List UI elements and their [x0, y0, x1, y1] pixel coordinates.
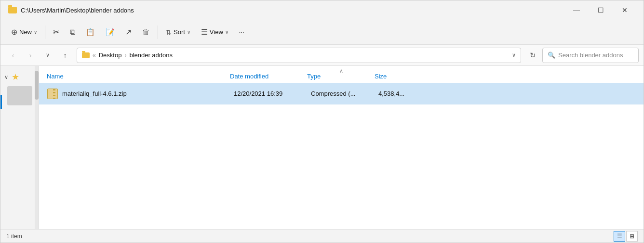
- maximize-button[interactable]: ☐: [590, 3, 612, 17]
- copy-icon: ⧉: [70, 28, 75, 37]
- file-type: Compressed (...: [311, 90, 378, 97]
- refresh-button[interactable]: ↻: [525, 48, 540, 63]
- file-list-header: ∧ Name Date modified Type Size: [39, 66, 644, 83]
- address-folder-icon: [82, 52, 90, 58]
- file-size: 4,538,4...: [378, 90, 436, 97]
- sidebar-star-icon: ★: [10, 72, 21, 82]
- refresh-icon: ↻: [530, 51, 536, 60]
- view-dropdown-icon: ∨: [225, 29, 228, 35]
- list-view-icon: ☰: [617, 233, 622, 240]
- view-label: View: [210, 28, 223, 36]
- column-date-header[interactable]: Date modified: [230, 69, 307, 80]
- status-bar: 1 item ☰ ⊞: [0, 229, 644, 243]
- address-path: blender addons: [129, 51, 173, 59]
- item-count: 1 item: [6, 233, 22, 240]
- column-size-header[interactable]: Size: [375, 69, 432, 80]
- sidebar-scrollbar-thumb: [35, 71, 39, 100]
- address-sep: «: [93, 52, 96, 59]
- sidebar-selection-bar: [0, 95, 2, 109]
- address-desktop: Desktop: [99, 51, 122, 59]
- new-dropdown-icon: ∨: [34, 29, 37, 35]
- up-button[interactable]: ↑: [57, 48, 73, 63]
- file-name: materialiq_full-4.6.1.zip: [62, 90, 234, 97]
- back-icon: ‹: [12, 51, 14, 59]
- folder-icon: [8, 7, 17, 13]
- paste-button[interactable]: 📋: [81, 25, 100, 39]
- sort-up-arrow: ∧: [339, 68, 343, 74]
- title-bar-left: C:\Users\Martin\Desktop\blender addons: [8, 7, 134, 14]
- address-dropdown-icon[interactable]: ∨: [512, 52, 516, 58]
- new-button[interactable]: ⊕ New ∨: [6, 25, 42, 39]
- minimize-button[interactable]: —: [565, 3, 588, 17]
- forward-icon: ›: [29, 51, 32, 59]
- title-bar: C:\Users\Martin\Desktop\blender addons —…: [0, 0, 644, 20]
- main-content: ∨ ★ ∧ Name Date modified Type Size mater…: [0, 66, 644, 229]
- sort-icon: ⇅: [166, 28, 172, 36]
- share-button[interactable]: ↗: [121, 25, 136, 39]
- sort-label: Sort: [174, 28, 185, 36]
- search-placeholder: Search blender addons: [558, 51, 623, 59]
- sidebar-toggle[interactable]: ∨ ★: [0, 70, 39, 84]
- more-label: ···: [239, 28, 244, 36]
- title-bar-controls: — ☐ ✕: [565, 3, 636, 17]
- up-icon: ↑: [64, 51, 67, 59]
- search-box[interactable]: 🔍 Search blender addons: [542, 48, 639, 63]
- window-title: C:\Users\Martin\Desktop\blender addons: [21, 7, 134, 14]
- forward-button[interactable]: ›: [23, 48, 38, 63]
- grid-view-icon: ⊞: [630, 233, 634, 240]
- delete-button[interactable]: 🗑: [137, 25, 155, 39]
- sidebar-scrollbar[interactable]: [35, 66, 39, 229]
- nav-dropdown-button[interactable]: ∨: [40, 48, 55, 63]
- new-label: New: [19, 28, 32, 36]
- list-view-button[interactable]: ☰: [614, 231, 625, 242]
- table-row[interactable]: materialiq_full-4.6.1.zip 12/20/2021 16:…: [39, 83, 644, 104]
- share-icon: ↗: [125, 27, 132, 37]
- rename-button[interactable]: 📝: [101, 25, 120, 39]
- toolbar-sep-2: [158, 26, 158, 39]
- copy-button[interactable]: ⧉: [65, 25, 80, 39]
- delete-icon: 🗑: [142, 28, 150, 37]
- new-plus-icon: ⊕: [11, 27, 17, 37]
- grid-view-button[interactable]: ⊞: [626, 231, 638, 242]
- zip-icon: [47, 89, 58, 99]
- back-button[interactable]: ‹: [5, 48, 21, 63]
- sort-dropdown-icon: ∨: [187, 29, 190, 35]
- address-arrow-1: ›: [124, 52, 126, 59]
- toolbar-sep-1: [45, 26, 45, 39]
- more-button[interactable]: ···: [234, 26, 249, 38]
- close-button[interactable]: ✕: [614, 3, 636, 17]
- file-date: 12/20/2021 16:39: [234, 90, 311, 97]
- search-icon: 🔍: [548, 51, 555, 59]
- cut-button[interactable]: ✂: [48, 25, 64, 39]
- toolbar: ⊕ New ∨ ✂ ⧉ 📋 📝 ↗ 🗑 ⇅ Sort ∨ ☰ View ∨ ··…: [0, 20, 644, 45]
- address-bar[interactable]: « Desktop › blender addons ∨: [77, 48, 521, 63]
- sidebar-toggle-arrow: ∨: [4, 74, 8, 80]
- sidebar: ∨ ★: [0, 66, 39, 229]
- view-toggle-buttons: ☰ ⊞: [614, 231, 638, 242]
- file-area: ∧ Name Date modified Type Size materiali…: [39, 66, 644, 229]
- column-name-header[interactable]: Name: [47, 69, 230, 80]
- view-icon: ☰: [201, 27, 208, 37]
- nav-dropdown-icon: ∨: [46, 52, 50, 58]
- rename-icon: 📝: [106, 28, 115, 37]
- paste-icon: 📋: [86, 28, 95, 37]
- view-button[interactable]: ☰ View ∨: [196, 25, 233, 39]
- file-icon: [47, 88, 58, 100]
- nav-bar: ‹ › ∨ ↑ « Desktop › blender addons ∨ ↻ 🔍…: [0, 45, 644, 66]
- sort-button[interactable]: ⇅ Sort ∨: [161, 26, 195, 39]
- cut-icon: ✂: [53, 27, 59, 37]
- sidebar-nav-item: [7, 86, 32, 105]
